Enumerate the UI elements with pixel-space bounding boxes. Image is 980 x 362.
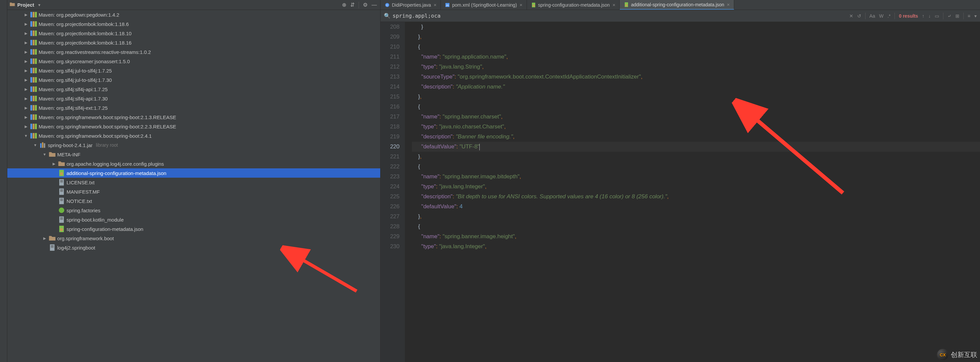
expand-chevron-icon[interactable]: ▶: [23, 115, 29, 120]
close-tab-icon[interactable]: ×: [520, 2, 523, 8]
tree-item[interactable]: ▶Maven: org.projectlombok:lombok:1.18.6: [7, 19, 380, 29]
code-line[interactable]: "name": "spring.banner.charset",: [412, 112, 980, 122]
expand-chevron-icon[interactable]: ▶: [23, 69, 29, 73]
filter-settings-icon[interactable]: ≡: [968, 13, 970, 19]
tree-item[interactable]: ▶Maven: org.slf4j:jul-to-slf4j:1.7.25: [7, 66, 380, 75]
tree-item[interactable]: additional-spring-configuration-metadata…: [7, 168, 380, 178]
code-line[interactable]: "name": "spring.banner.image.height",: [412, 231, 980, 242]
match-case-icon[interactable]: Aa: [870, 13, 875, 19]
code-line[interactable]: "type": "java.nio.charset.Charset",: [412, 122, 980, 132]
code-line[interactable]: "sourceType": "org.springframework.boot.…: [412, 72, 980, 82]
expand-chevron-icon[interactable]: ▶: [23, 50, 29, 54]
tree-item[interactable]: ▶Maven: org.springframework.boot:spring-…: [7, 112, 380, 122]
code-lines[interactable]: } }, { "name": "spring.application.name"…: [405, 22, 980, 362]
clear-search-icon[interactable]: ✕: [849, 13, 853, 19]
expand-chevron-icon[interactable]: ▶: [23, 106, 29, 110]
close-tab-icon[interactable]: ×: [434, 2, 437, 8]
code-line[interactable]: {: [412, 42, 980, 52]
tree-item[interactable]: MANIFEST.MF: [7, 187, 380, 196]
expand-chevron-icon[interactable]: ▶: [23, 87, 29, 91]
tree-item[interactable]: ▶Maven: org.projectlombok:lombok:1.18.16: [7, 38, 380, 47]
tree-item[interactable]: ▶Maven: org.slf4j:slf4j-ext:1.7.25: [7, 103, 380, 112]
code-line[interactable]: "defaultValue": 4: [412, 202, 980, 212]
expand-chevron-icon[interactable]: ▶: [23, 41, 29, 45]
tree-item[interactable]: ▶Maven: org.slf4j:slf4j-api:1.7.30: [7, 94, 380, 103]
close-tab-icon[interactable]: ×: [727, 2, 730, 7]
svg-rect-58: [60, 182, 63, 182]
editor-tab[interactable]: additional-spring-configuration-metadata…: [620, 0, 734, 10]
next-match-icon[interactable]: ↓: [928, 13, 931, 19]
code-line[interactable]: "description": "Banner file encoding.",: [412, 132, 980, 142]
expand-chevron-icon[interactable]: ▶: [23, 13, 29, 17]
tree-item[interactable]: ▼META-INF: [7, 150, 380, 159]
select-opened-file-icon[interactable]: ⊕: [342, 2, 346, 8]
tree-item[interactable]: spring.factories: [7, 206, 380, 215]
expand-chevron-icon[interactable]: ▼: [42, 152, 47, 156]
tree-item[interactable]: ▶Maven: org.slf4j:slf4j-api:1.7.25: [7, 85, 380, 94]
editor-tab[interactable]: spring-configuration-metadata.json×: [527, 0, 620, 10]
code-line[interactable]: }: [412, 22, 980, 32]
filter-icon[interactable]: ▾: [974, 13, 977, 19]
code-line[interactable]: "type": "java.lang.String",: [412, 62, 980, 72]
editor-tab[interactable]: CDidiProperties.java×: [380, 0, 441, 10]
expand-chevron-icon[interactable]: ▶: [23, 22, 29, 26]
tree-item[interactable]: spring-configuration-metadata.json: [7, 224, 380, 234]
expand-chevron-icon[interactable]: ▶: [23, 59, 29, 64]
code-editor[interactable]: 2082092102112122132142152162172182192202…: [380, 22, 980, 362]
editor-tab[interactable]: mpom.xml (SpringBoot-Learning)×: [441, 0, 527, 10]
tool-window-strip[interactable]: [0, 0, 7, 362]
code-line[interactable]: "type": "java.lang.Integer",: [412, 242, 980, 252]
code-line[interactable]: "description": "Bit depth to use for ANS…: [412, 191, 980, 202]
search-history-icon[interactable]: ↺: [857, 13, 861, 19]
tree-item[interactable]: ▶Maven: org.springframework.boot:spring-…: [7, 122, 380, 131]
code-line[interactable]: {: [412, 102, 980, 112]
tree-item[interactable]: ▼spring-boot-2.4.1.jarlibrary root: [7, 140, 380, 150]
tree-item[interactable]: ▶Maven: org.pegdown:pegdown:1.4.2: [7, 10, 380, 19]
regex-icon[interactable]: .*: [888, 13, 891, 19]
code-line[interactable]: "type": "java.lang.Integer",: [412, 182, 980, 191]
tree-item[interactable]: ▼Maven: org.springframework.boot:spring-…: [7, 131, 380, 140]
dropdown-arrow-icon[interactable]: ▼: [38, 3, 41, 7]
code-line[interactable]: },: [412, 92, 980, 102]
expand-chevron-icon[interactable]: ▶: [23, 96, 29, 101]
whole-word-icon[interactable]: W: [879, 13, 883, 19]
tree-item[interactable]: NOTICE.txt: [7, 196, 380, 206]
tree-item[interactable]: ▶Maven: org.skyscreamer:jsonassert:1.5.0: [7, 57, 380, 66]
code-line[interactable]: "name": "spring.application.name",: [412, 52, 980, 62]
tree-item[interactable]: log4j2.springboot: [7, 243, 380, 252]
tree-item[interactable]: ▶Maven: org.projectlombok:lombok:1.18.10: [7, 29, 380, 38]
close-tab-icon[interactable]: ×: [612, 2, 616, 8]
hide-icon[interactable]: —: [372, 2, 377, 8]
collapse-all-icon[interactable]: ⇵: [350, 2, 355, 8]
expand-chevron-icon[interactable]: ▼: [33, 143, 38, 147]
svg-rect-56: [60, 180, 63, 180]
prev-match-icon[interactable]: ↑: [922, 13, 924, 19]
new-line-icon[interactable]: ⤶: [947, 13, 951, 19]
tree-item[interactable]: ▶Maven: org.reactivestreams:reactive-str…: [7, 47, 380, 57]
expand-chevron-icon[interactable]: ▶: [51, 162, 57, 166]
code-line[interactable]: {: [412, 222, 980, 231]
project-tree[interactable]: ▶Maven: org.pegdown:pegdown:1.4.2▶Maven:…: [7, 10, 380, 362]
code-line[interactable]: },: [412, 152, 980, 162]
code-line[interactable]: "defaultValue": "UTF-8": [412, 142, 980, 152]
code-line[interactable]: {: [412, 162, 980, 172]
expand-chevron-icon[interactable]: ▶: [23, 124, 29, 129]
tree-item[interactable]: ▶org.apache.logging.log4j.core.config.pl…: [7, 159, 380, 168]
code-line[interactable]: "name": "spring.banner.image.bitdepth",: [412, 172, 980, 182]
select-all-icon[interactable]: ▭: [935, 13, 939, 19]
add-selection-icon[interactable]: ⊞: [955, 13, 959, 19]
code-line[interactable]: },: [412, 32, 980, 42]
tree-item[interactable]: spring-boot.kotlin_module: [7, 215, 380, 224]
tree-item[interactable]: ▶org.springframework.boot: [7, 234, 380, 243]
code-line[interactable]: },: [412, 212, 980, 222]
code-line[interactable]: "description": "Application name.": [412, 82, 980, 92]
tree-item[interactable]: ▶Maven: org.slf4j:jul-to-slf4j:1.7.30: [7, 75, 380, 85]
expand-chevron-icon[interactable]: ▶: [42, 236, 47, 241]
expand-chevron-icon[interactable]: ▶: [23, 31, 29, 36]
settings-icon[interactable]: ⚙: [363, 2, 368, 8]
expand-chevron-icon[interactable]: ▼: [23, 134, 29, 138]
tree-item[interactable]: LICENSE.txt: [7, 178, 380, 187]
divider: [894, 13, 895, 19]
search-input[interactable]: [393, 13, 847, 19]
expand-chevron-icon[interactable]: ▶: [23, 78, 29, 82]
